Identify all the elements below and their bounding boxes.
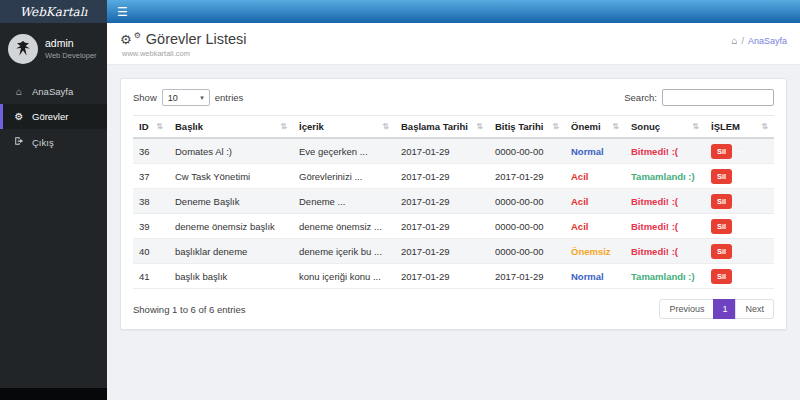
- cell-baslama-tarihi: 2017-01-29: [395, 138, 489, 164]
- user-info: admin Web Developer: [45, 38, 97, 61]
- gears-icon: ⚙: [13, 111, 25, 122]
- sidebar-item-cikis[interactable]: Çıkış: [0, 129, 107, 155]
- table-row: 41 başlık başlık konu içeriği konu ... 2…: [133, 264, 774, 289]
- table-row: 36 Domates Al :) Eve geçerken ... 2017-0…: [133, 138, 774, 164]
- pagination-page-1-button[interactable]: 1: [713, 299, 736, 319]
- cell-onemi: Acil: [565, 164, 625, 189]
- column-label: İçerik: [299, 121, 324, 132]
- entries-summary: Showing 1 to 6 of 6 entries: [133, 304, 246, 315]
- search-control: Search:: [624, 89, 774, 106]
- cell-icerik: Eve geçerken ...: [293, 138, 395, 164]
- cell-sonuc: Bitmedi! :(: [625, 189, 705, 214]
- sidebar-item-label: AnaSayfa: [32, 86, 73, 97]
- delete-button[interactable]: Sil: [711, 194, 732, 209]
- show-label: Show: [133, 92, 157, 103]
- pagination: Previous 1 Next: [659, 299, 774, 319]
- home-icon: ⌂: [731, 36, 737, 46]
- cell-onemi: Normal: [565, 138, 625, 164]
- cell-islem: SilDüzenle: [705, 264, 774, 289]
- breadcrumb-link-anasayfa[interactable]: AnaSayfa: [748, 36, 787, 46]
- page-length-select[interactable]: 10 ▾: [162, 89, 210, 106]
- sort-icon: ⇅: [280, 122, 287, 131]
- page-title-block: ⚙ ⚙ Görevler Listesi www.webkartali.com: [120, 31, 247, 58]
- column-label: Başlık: [175, 121, 203, 132]
- table-row: 39 deneme önemsiz başlık deneme önemsiz …: [133, 214, 774, 239]
- cell-onemi: Acil: [565, 189, 625, 214]
- sidebar: WebKartalı admin Web Developer ⌂ AnaSayf…: [0, 0, 107, 400]
- cell-icerik: Deneme ...: [293, 189, 395, 214]
- page-subtitle: www.webkartali.com: [122, 49, 247, 58]
- sign-out-icon: [13, 136, 25, 148]
- gears-icon: ⚙: [120, 32, 132, 47]
- cell-icerik: konu içeriği konu ...: [293, 264, 395, 289]
- column-header-sonuc[interactable]: Sonuç⇅: [625, 116, 705, 139]
- column-header-bitis-tarihi[interactable]: Bitiş Tarihi⇅: [489, 116, 565, 139]
- cell-id: 41: [133, 264, 169, 289]
- page-title-row: ⚙ ⚙ Görevler Listesi: [120, 31, 247, 47]
- cell-bitis-tarihi: 0000-00-00: [489, 138, 565, 164]
- cell-id: 40: [133, 239, 169, 264]
- column-label: Önemi: [571, 121, 601, 132]
- cell-baslik: başlık başlık: [169, 264, 293, 289]
- sort-icon: ⇅: [612, 122, 619, 131]
- tasks-card: Show 10 ▾ entries Search:: [120, 78, 787, 330]
- column-header-icerik[interactable]: İçerik⇅: [293, 116, 395, 139]
- cell-baslama-tarihi: 2017-01-29: [395, 214, 489, 239]
- cell-baslik: Deneme Başlık: [169, 189, 293, 214]
- column-header-onemi[interactable]: Önemi⇅: [565, 116, 625, 139]
- cell-onemi: Normal: [565, 264, 625, 289]
- sidebar-item-anasayfa[interactable]: ⌂ AnaSayfa: [0, 79, 107, 104]
- cell-islem: SilDüzenle: [705, 214, 774, 239]
- breadcrumb: ⌂ / AnaSayfa: [731, 36, 787, 46]
- top-navbar: ☰: [107, 0, 800, 23]
- cell-bitis-tarihi: 0000-00-00: [489, 214, 565, 239]
- delete-button[interactable]: Sil: [711, 144, 732, 159]
- sort-icon: ⇅: [761, 122, 768, 131]
- delete-button[interactable]: Sil: [711, 269, 732, 284]
- cell-baslama-tarihi: 2017-01-29: [395, 164, 489, 189]
- cell-baslik: başlıklar deneme: [169, 239, 293, 264]
- search-input[interactable]: [662, 89, 774, 106]
- cell-id: 38: [133, 189, 169, 214]
- column-label: ID: [139, 121, 149, 132]
- cell-id: 36: [133, 138, 169, 164]
- cell-baslik: Cw Task Yönetimi: [169, 164, 293, 189]
- cell-sonuc: Tamamlandı :): [625, 264, 705, 289]
- sort-icon: ⇅: [382, 122, 389, 131]
- column-header-id[interactable]: ID⇅: [133, 116, 169, 139]
- cell-onemi: Acil: [565, 214, 625, 239]
- pagination-previous-button[interactable]: Previous: [659, 299, 714, 319]
- brand-logo[interactable]: WebKartalı: [0, 0, 107, 23]
- sort-icon: ⇅: [552, 122, 559, 131]
- cell-icerik: deneme içerik bu ...: [293, 239, 395, 264]
- column-header-baslama-tarihi[interactable]: Başlama Tarihi⇅: [395, 116, 489, 139]
- column-label: Başlama Tarihi: [401, 121, 468, 132]
- table-header-row: ID⇅ Başlık⇅ İçerik⇅ Başlama Tarihi⇅ Biti…: [133, 116, 774, 139]
- breadcrumb-separator: /: [741, 36, 744, 46]
- column-header-baslik[interactable]: Başlık⇅: [169, 116, 293, 139]
- cell-baslik: Domates Al :): [169, 138, 293, 164]
- cell-icerik: deneme önemsiz ...: [293, 214, 395, 239]
- column-header-islem[interactable]: İŞLEM⇅: [705, 116, 774, 139]
- sort-icon: ⇅: [692, 122, 699, 131]
- cell-icerik: Görevlerinizi ...: [293, 164, 395, 189]
- delete-button[interactable]: Sil: [711, 219, 732, 234]
- column-label: Sonuç: [631, 121, 660, 132]
- cell-islem: SilDüzenle: [705, 164, 774, 189]
- eagle-logo-icon: [12, 38, 34, 60]
- sort-icon: ⇅: [476, 122, 483, 131]
- cell-sonuc: Tamamlandı :): [625, 164, 705, 189]
- cell-bitis-tarihi: 0000-00-00: [489, 239, 565, 264]
- sidebar-item-label: Çıkış: [32, 137, 54, 148]
- content-header: ⚙ ⚙ Görevler Listesi www.webkartali.com …: [107, 23, 800, 65]
- pagination-next-button[interactable]: Next: [735, 299, 774, 319]
- table-row: 37 Cw Task Yönetimi Görevlerinizi ... 20…: [133, 164, 774, 189]
- hamburger-menu-icon[interactable]: ☰: [117, 6, 128, 18]
- sidebar-item-gorevler[interactable]: ⚙ Görevler: [0, 104, 107, 129]
- sort-icon: ⇅: [156, 122, 163, 131]
- delete-button[interactable]: Sil: [711, 244, 732, 259]
- cell-sonuc: Bitmedi! :(: [625, 239, 705, 264]
- delete-button[interactable]: Sil: [711, 169, 732, 184]
- cell-bitis-tarihi: 2017-01-29: [489, 164, 565, 189]
- main-column: ☰ ⚙ ⚙ Görevler Listesi www.webkartali.co…: [107, 0, 800, 400]
